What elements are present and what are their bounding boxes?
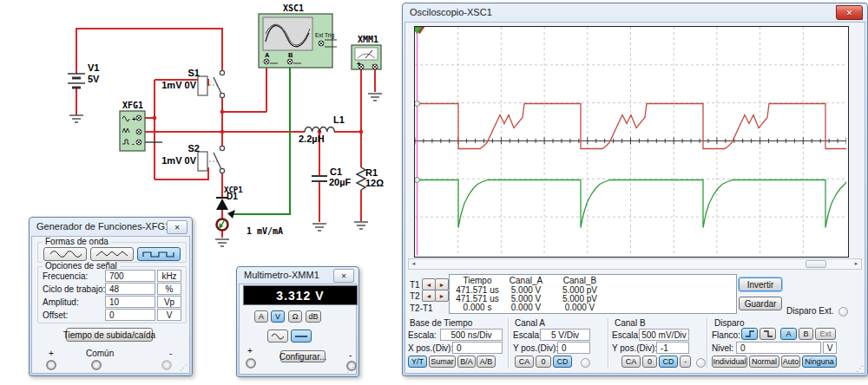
- switch-s2[interactable]: S2 1mV 0V: [161, 143, 224, 173]
- offset-unit[interactable]: V: [157, 309, 181, 321]
- trigger-auto-button[interactable]: Auto: [781, 356, 800, 368]
- capacitor-c1[interactable]: C1 20µF: [312, 166, 352, 187]
- trigger-ext-button[interactable]: Ext: [815, 328, 836, 340]
- function-generator-icon[interactable]: + - XFG1: [120, 101, 145, 151]
- mode-ohms-button[interactable]: Ω: [288, 310, 302, 323]
- plus-terminal[interactable]: [246, 358, 256, 369]
- oscilloscope-window[interactable]: Osciloscopio-XSC1 ✕ ◄ ► T1 ◄ ► T2 ◄ ► T2…: [402, 3, 868, 376]
- timebase-scale-input[interactable]: 500 ns/Div: [440, 329, 503, 341]
- invert-button[interactable]: Invertir: [739, 277, 782, 291]
- multimeter-dialog[interactable]: Multimetro-XMM1 ✕ 3.312 V A V Ω dB + - C…: [236, 266, 359, 377]
- timebase-scale-label: Escala:: [408, 330, 437, 340]
- t1-right-icon[interactable]: ►: [435, 278, 449, 290]
- trigger-a-button[interactable]: A: [780, 328, 797, 340]
- diode-d1[interactable]: XCP1 D1: [216, 186, 243, 210]
- scroll-left-icon[interactable]: ◄: [409, 259, 418, 267]
- rise-fall-time-button[interactable]: Tiempo de subida/caída: [66, 328, 153, 342]
- cursor-diff-label: T2-T1: [410, 303, 433, 313]
- channel-b-scale-input[interactable]: 500 mV/Div: [639, 329, 689, 341]
- switch-s1[interactable]: S1 1mV 0V: [161, 68, 224, 98]
- duty-cycle-unit[interactable]: %: [157, 283, 181, 295]
- offset-input[interactable]: 0: [105, 309, 155, 321]
- multimeter-icon[interactable]: + - XMM1: [352, 35, 381, 69]
- ext-trigger-radio[interactable]: [838, 307, 848, 316]
- timebase-xpos-label: X pos.(Div):: [408, 343, 453, 353]
- s1-ref: S1: [188, 68, 200, 78]
- xfg1-ref: XFG1: [122, 101, 143, 110]
- mode-db-button[interactable]: dB: [306, 310, 321, 323]
- readout-table: Tiempo Canal_A Canal_B 471.571 us 5.000 …: [449, 274, 737, 314]
- channel-b-zero-button[interactable]: 0: [642, 356, 657, 368]
- amplitude-label: Amplitud:: [43, 297, 79, 307]
- amplitude-input[interactable]: 10: [105, 296, 155, 308]
- close-icon[interactable]: ✕: [836, 5, 863, 20]
- resize-grip[interactable]: ⋰: [346, 366, 354, 374]
- trigger-single-button[interactable]: Individual: [712, 356, 747, 368]
- duty-cycle-input[interactable]: 48: [105, 283, 155, 295]
- frequency-unit[interactable]: kHz: [157, 270, 181, 282]
- channel-b-ac-button[interactable]: CA: [621, 356, 641, 368]
- dc-mode-button[interactable]: [291, 330, 312, 343]
- l1-value: 2.2µH: [299, 134, 325, 144]
- trigger-edge-label: Flanco:: [712, 330, 740, 340]
- save-button[interactable]: Guardar: [739, 297, 782, 310]
- resize-grip[interactable]: ⋰: [856, 365, 864, 373]
- close-icon[interactable]: ✕: [167, 220, 187, 234]
- timebase-xpos-input[interactable]: 0: [452, 342, 503, 354]
- channel-b-invert-button[interactable]: -: [680, 356, 691, 368]
- dialog-title: Multimetro-XMM1: [244, 270, 319, 280]
- minus-terminal[interactable]: [161, 360, 172, 370]
- t1-left-icon[interactable]: ◄: [422, 278, 436, 290]
- oscilloscope-icon[interactable]: Ext Trig A B XSC1: [259, 3, 337, 68]
- sine-wave-button[interactable]: [43, 247, 87, 261]
- square-wave-button[interactable]: [137, 247, 181, 261]
- ab-mode-button[interactable]: A/B: [477, 356, 496, 368]
- channel-a-ac-button[interactable]: CA: [515, 356, 534, 368]
- scrollbar-thumb[interactable]: [806, 260, 826, 268]
- common-terminal-label: Común: [86, 349, 114, 358]
- channel-b-dc-button[interactable]: CD: [659, 356, 678, 368]
- trigger-level-input[interactable]: 0: [736, 342, 821, 354]
- battery-v1[interactable]: V1 5V: [68, 62, 100, 88]
- triangle-wave-button[interactable]: [90, 247, 134, 261]
- channel-a-ypos-label: Y pos.(Div):: [513, 343, 558, 353]
- rising-edge-button[interactable]: [741, 328, 758, 340]
- close-icon[interactable]: ✕: [333, 269, 354, 283]
- configure-button[interactable]: Configurar...: [280, 350, 326, 362]
- falling-edge-button[interactable]: [760, 328, 776, 340]
- channel-b-ypos-input[interactable]: -1: [656, 342, 689, 354]
- inductor-l1[interactable]: L1 2.2µH: [299, 114, 345, 144]
- common-terminal[interactable]: [91, 360, 102, 370]
- scroll-right-icon[interactable]: ►: [852, 259, 861, 267]
- channel-a-dc-button[interactable]: CD: [553, 356, 572, 368]
- yt-mode-button[interactable]: Y/T: [408, 356, 427, 368]
- add-mode-button[interactable]: Sumar: [429, 356, 456, 368]
- t2-left-icon[interactable]: ◄: [422, 290, 436, 302]
- amplitude-unit[interactable]: Vp: [157, 296, 181, 308]
- t2-right-icon[interactable]: ►: [435, 290, 449, 302]
- s1-value: 1mV 0V: [161, 80, 196, 90]
- ba-mode-button[interactable]: B/A: [457, 356, 476, 368]
- channel-a-zero-button[interactable]: 0: [536, 356, 551, 368]
- l1-ref: L1: [333, 114, 345, 125]
- v1-value: 5V: [88, 74, 100, 84]
- resize-grip[interactable]: ⋰: [180, 364, 187, 372]
- plus-terminal-label: +: [49, 349, 54, 358]
- mode-volts-button[interactable]: V: [271, 310, 285, 323]
- trigger-level-unit[interactable]: V: [823, 342, 837, 354]
- plus-terminal[interactable]: [46, 360, 56, 370]
- xcp1-value: 1 mV/mA: [247, 226, 283, 236]
- channel-a-scale-input[interactable]: 5 V/Div: [540, 329, 590, 341]
- trigger-none-button[interactable]: Ninguna: [802, 356, 837, 368]
- ac-mode-button[interactable]: [267, 330, 288, 343]
- trigger-normal-button[interactable]: Normal: [749, 356, 779, 368]
- frequency-input[interactable]: 700: [105, 270, 155, 282]
- function-generator-dialog[interactable]: Generador de Funciones-XFG1 ✕ Formas de …: [29, 217, 193, 376]
- scope-scrollbar[interactable]: ◄ ►: [408, 258, 862, 270]
- resistor-r1[interactable]: R1 12Ω: [357, 167, 384, 190]
- channel-b-scale-label: Escala:: [612, 330, 641, 340]
- mode-amps-button[interactable]: A: [254, 310, 268, 323]
- trigger-b-button[interactable]: B: [799, 328, 813, 340]
- channel-a-ypos-input[interactable]: 0: [557, 342, 590, 354]
- window-title-bar[interactable]: Osciloscopio-XSC1: [403, 3, 867, 21]
